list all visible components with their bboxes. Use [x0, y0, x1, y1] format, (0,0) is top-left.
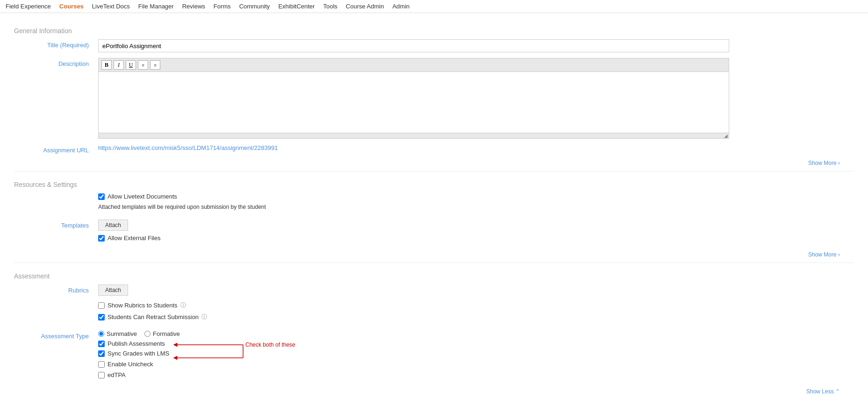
- allow-external-label: Allow External Files: [108, 235, 160, 242]
- resize-icon: ◢: [724, 133, 728, 138]
- editor-resize-handle: ◢: [99, 133, 729, 138]
- show-less-link[interactable]: Show Less ⌃: [806, 388, 840, 395]
- templates-note: Attached templates will be required upon…: [98, 204, 854, 210]
- nav-tools[interactable]: Tools: [323, 3, 337, 10]
- divider-1: [14, 171, 854, 171]
- show-more-1-link[interactable]: Show More ›: [808, 160, 840, 166]
- resources-section: Resources & Settings Allow Livetext Docu…: [14, 181, 854, 258]
- allow-livetext-row: Allow Livetext Documents Attached templa…: [14, 193, 854, 214]
- editor-container: B I U ≡ ≡ ◢: [98, 58, 729, 139]
- description-label: Description: [14, 58, 98, 67]
- sync-grades-label: Sync Grades with LMS: [108, 350, 169, 357]
- show-rubrics-checkbox-row: Show Rubrics to Students ⓘ: [98, 301, 854, 309]
- show-more-2-row: Show More ›: [14, 251, 854, 258]
- nav-reviews[interactable]: Reviews: [182, 3, 205, 10]
- enable-unicheck-row: Enable Unicheck: [98, 361, 854, 368]
- nav-exhibit-center[interactable]: ExhibitCenter: [278, 3, 315, 10]
- students-retract-label: Students Can Retract Submission: [108, 313, 199, 320]
- editor-toolbar: B I U ≡ ≡: [99, 58, 729, 72]
- list2-button[interactable]: ≡: [150, 60, 160, 70]
- enable-unicheck-label: Enable Unicheck: [108, 361, 153, 368]
- summative-radio-item: Summative: [98, 330, 137, 337]
- show-rubrics-label-empty: [14, 301, 98, 304]
- allow-livetext-checkbox[interactable]: [98, 193, 105, 200]
- assignment-url-link[interactable]: https://www.livetext.com/misk5/sso/LDM17…: [98, 144, 278, 151]
- show-rubrics-row: Show Rubrics to Students ⓘ Students Can …: [14, 301, 854, 325]
- show-rubrics-content: Show Rubrics to Students ⓘ Students Can …: [98, 301, 854, 325]
- nav-courses[interactable]: Courses: [59, 3, 84, 10]
- nav-forms[interactable]: Forms: [214, 3, 231, 10]
- students-retract-help-icon[interactable]: ⓘ: [201, 313, 207, 321]
- summative-label: Summative: [107, 330, 137, 337]
- assessment-section: Assessment Rubrics Attach Show Rubrics t…: [14, 272, 854, 395]
- assessment-type-content: Summative Formative: [98, 330, 854, 382]
- divider-2: [14, 263, 854, 263]
- assignment-url-label: Assignment URL: [14, 144, 98, 154]
- description-row: Description B I U ≡ ≡ ◢: [14, 58, 854, 139]
- assessment-type-label: Assessment Type: [14, 330, 98, 340]
- formative-radio[interactable]: [144, 331, 151, 337]
- show-more-2-link[interactable]: Show More ›: [808, 251, 840, 258]
- publish-assessments-row: Publish Assessments: [98, 340, 854, 347]
- templates-content: Attach Allow External Files: [98, 220, 854, 245]
- top-navigation: Field Experience Courses LiveText Docs F…: [0, 0, 868, 13]
- show-more-1-row: Show More ›: [14, 159, 854, 166]
- nav-file-manager[interactable]: File Manager: [138, 3, 174, 10]
- assessment-type-radio-group: Summative Formative: [98, 330, 854, 337]
- allow-external-checkbox-row: Allow External Files: [98, 235, 854, 242]
- formative-label: Formative: [153, 330, 180, 337]
- underline-button[interactable]: U: [126, 60, 136, 70]
- edtpa-checkbox[interactable]: [98, 372, 105, 378]
- nav-course-admin[interactable]: Course Admin: [346, 3, 384, 10]
- annotation-area: Check both of these Publish Assessments …: [98, 340, 854, 357]
- bold-button[interactable]: B: [101, 60, 112, 70]
- attach-templates-button[interactable]: Attach: [98, 220, 128, 231]
- edtpa-label: edTPA: [108, 371, 126, 378]
- formative-radio-item: Formative: [144, 330, 180, 337]
- assessment-header: Assessment: [14, 272, 854, 280]
- nav-livetext-docs[interactable]: LiveText Docs: [92, 3, 130, 10]
- show-rubrics-checkbox-label: Show Rubrics to Students: [108, 302, 178, 309]
- allow-livetext-checkbox-label: Allow Livetext Documents: [108, 193, 177, 200]
- students-retract-checkbox[interactable]: [98, 314, 105, 320]
- nav-field-experience[interactable]: Field Experience: [6, 3, 51, 10]
- edtpa-row: edTPA: [98, 371, 854, 378]
- assessment-type-row: Assessment Type Summative Formative: [14, 330, 854, 382]
- publish-assessments-label: Publish Assessments: [108, 340, 165, 347]
- rubrics-row: Rubrics Attach: [14, 285, 854, 296]
- allow-external-wrapper: Allow External Files: [98, 235, 854, 242]
- allow-livetext-label-empty: [14, 193, 98, 195]
- sync-grades-row: Sync Grades with LMS: [98, 350, 854, 357]
- italic-button[interactable]: I: [114, 60, 124, 70]
- summative-radio[interactable]: [98, 331, 104, 337]
- templates-label: Templates: [14, 220, 98, 229]
- publish-assessments-checkbox[interactable]: [98, 341, 105, 347]
- general-info-section: General Information Title (Required) Des…: [14, 27, 854, 166]
- title-label: Title (Required): [14, 39, 98, 49]
- general-info-header: General Information: [14, 27, 854, 35]
- attach-rubrics-button[interactable]: Attach: [98, 285, 128, 296]
- sync-grades-checkbox[interactable]: [98, 350, 105, 357]
- rubrics-label: Rubrics: [14, 285, 98, 294]
- editor-body[interactable]: [99, 72, 729, 133]
- title-content: [98, 39, 854, 52]
- allow-external-checkbox[interactable]: [98, 235, 105, 242]
- page-content: General Information Title (Required) Des…: [0, 13, 868, 413]
- allow-livetext-checkbox-row: Allow Livetext Documents: [98, 193, 854, 200]
- nav-community[interactable]: Community: [239, 3, 270, 10]
- resources-header: Resources & Settings: [14, 181, 854, 188]
- allow-livetext-content: Allow Livetext Documents Attached templa…: [98, 193, 854, 214]
- show-less-row: Show Less ⌃: [14, 388, 854, 395]
- templates-row: Templates Attach Allow External Files: [14, 220, 854, 245]
- students-retract-checkbox-row: Students Can Retract Submission ⓘ: [98, 313, 854, 321]
- assignment-url-content: https://www.livetext.com/misk5/sso/LDM17…: [98, 144, 854, 151]
- assignment-url-row: Assignment URL https://www.livetext.com/…: [14, 144, 854, 154]
- nav-admin[interactable]: Admin: [392, 3, 409, 10]
- show-rubrics-checkbox[interactable]: [98, 302, 105, 309]
- description-content: B I U ≡ ≡ ◢: [98, 58, 854, 139]
- list1-button[interactable]: ≡: [138, 60, 148, 70]
- title-row: Title (Required): [14, 39, 854, 52]
- show-rubrics-help-icon[interactable]: ⓘ: [180, 301, 186, 309]
- title-input[interactable]: [98, 39, 729, 52]
- enable-unicheck-checkbox[interactable]: [98, 361, 105, 368]
